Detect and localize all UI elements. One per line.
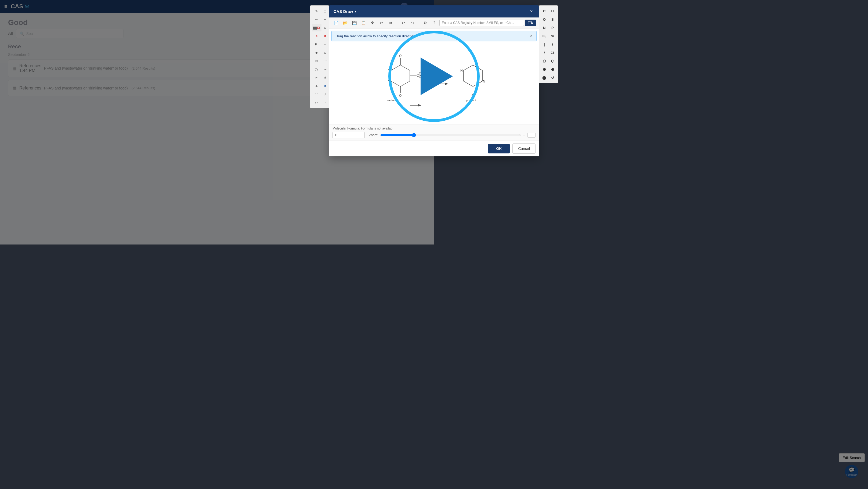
toolbar-cut[interactable]: ✂ [378, 19, 386, 27]
tool-select-rect[interactable]: ⬚ [322, 7, 328, 15]
formula-input[interactable]: C [333, 132, 365, 139]
tool-camera[interactable]: ⊙ [322, 24, 328, 31]
tool-zoom-in[interactable]: ⊕ [312, 49, 321, 56]
tool-transform[interactable]: ⚯ [322, 66, 328, 73]
toolbar-open[interactable]: 📂 [341, 19, 349, 27]
play-triangle-icon [421, 58, 434, 95]
modal-header: CAS Draw ▾ × [329, 5, 434, 18]
modal-overlay: ✎ ⬚ ✏ ✏ ▓▓Et ⊙ X R Fn ○ ⊕ ⊖ ⊡ 〰 ◯, ⚯ ✂ ↺… [0, 0, 434, 245]
tool-function[interactable]: Fn [312, 40, 321, 48]
tool-lasso[interactable]: ✎ [312, 7, 321, 15]
tool-eraser[interactable]: ✏ [322, 16, 328, 23]
zoom-slider[interactable] [380, 133, 434, 137]
zoom-bar: C Zoom: + 100% [333, 132, 434, 139]
tool-scissors[interactable]: ✂ [312, 74, 321, 82]
modal-toolbar: 📄 📂 💾 📋 ✥ ✂ ⧉ ↩ ↪ ⚙ ? T↻ [329, 18, 434, 29]
info-banner-text: Drag the reaction arrow to specify react… [335, 34, 416, 38]
modal-title: CAS Draw [334, 9, 353, 14]
zoom-label: Zoom: [369, 133, 378, 137]
toolbar-undo[interactable]: ↩ [399, 19, 407, 27]
toolbar-new[interactable]: 📄 [332, 19, 340, 27]
toolbar-help[interactable]: ? [430, 19, 434, 27]
tool-arc[interactable]: ⌒ [312, 91, 321, 98]
toolbar-copy[interactable]: ⧉ [387, 19, 395, 27]
toolbar-redo[interactable]: ↪ [408, 19, 416, 27]
tool-circle-sel[interactable]: ○ [322, 40, 328, 48]
tool-r-group[interactable]: R [322, 32, 328, 40]
tool-templates[interactable]: ▓▓Et [312, 24, 321, 31]
tool-arr-curve[interactable]: → [322, 99, 328, 106]
toolbar-paste[interactable]: 📋 [359, 19, 367, 27]
tool-arr-side[interactable]: ↗ [322, 91, 328, 98]
toolbar-separator-1 [397, 20, 397, 26]
tool-rotate[interactable]: ↺ [322, 74, 328, 82]
tool-delete[interactable]: X [312, 32, 321, 40]
toolbar-settings[interactable]: ⚙ [421, 19, 429, 27]
modal-canvas: Drag the reaction arrow to specify react… [329, 29, 434, 124]
modal-title-group: CAS Draw ▾ [334, 9, 356, 14]
mol-formula: Molecular Formula: Formula is not availa… [333, 127, 392, 130]
toolbar-save[interactable]: 💾 [350, 19, 358, 27]
tool-selection-box[interactable]: ⊡ [312, 57, 321, 65]
tool-arr-right[interactable]: ↦ [312, 99, 321, 106]
tool-freehand[interactable]: 〰 [322, 57, 328, 65]
toolbar-select[interactable]: ✥ [369, 19, 376, 27]
tool-label-b[interactable]: B [322, 82, 328, 90]
tool-label-a[interactable]: A [312, 82, 321, 90]
tool-query-atom[interactable]: ◯, [312, 66, 321, 73]
modal-dropdown-arrow[interactable]: ▾ [355, 10, 356, 13]
modal-bottom: Molecular Formula: Formula is not availa… [329, 124, 434, 141]
left-tool-panel: ✎ ⬚ ✏ ✏ ▓▓Et ⊙ X R Fn ○ ⊕ ⊖ ⊡ 〰 ◯, ⚯ ✂ ↺… [310, 5, 329, 108]
cas-draw-modal: ✎ ⬚ ✏ ✏ ▓▓Et ⊙ X R Fn ○ ⊕ ⊖ ⊡ 〰 ◯, ⚯ ✂ ↺… [329, 5, 434, 156]
modal-actions: OK Cancel [329, 141, 434, 156]
tool-zoom-out[interactable]: ⊖ [322, 49, 328, 56]
tool-pencil[interactable]: ✏ [312, 16, 321, 23]
